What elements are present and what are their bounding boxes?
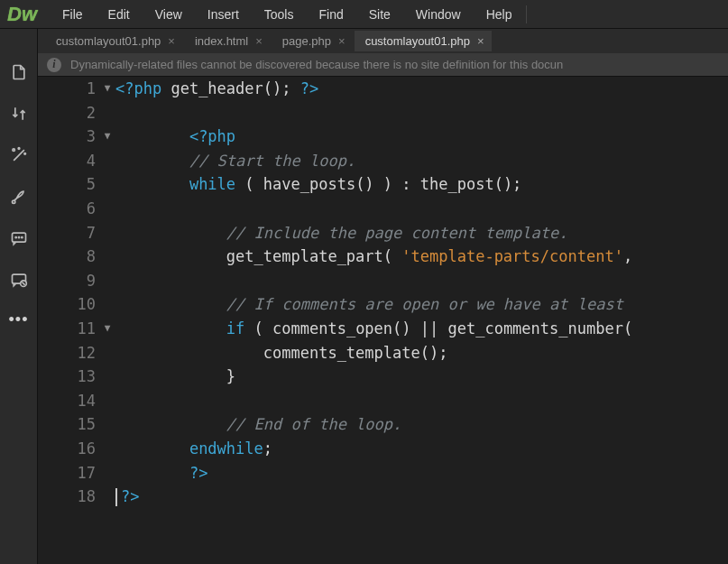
info-text: Dynamically-related files cannot be disc… (70, 58, 563, 71)
fold-marker (99, 461, 115, 485)
chevron-down-icon: ▼ (105, 77, 111, 101)
line-gutter: 123456789101112131415161718 (38, 77, 99, 564)
fold-marker (99, 389, 115, 413)
chevron-down-icon: ▼ (105, 125, 111, 149)
fold-marker (99, 269, 115, 293)
brush-icon[interactable] (8, 186, 30, 208)
line-number: 2 (38, 101, 99, 125)
tab-customlayout01-php[interactable]: customlayout01.php× (355, 31, 492, 51)
token: ?> (189, 464, 207, 482)
line-number: 7 (38, 221, 99, 245)
token: 'template-parts/content' (401, 247, 623, 265)
token: // If comments are open or we have at le… (226, 295, 632, 313)
tab-customlayout01-php[interactable]: customlayout01.php× (45, 31, 182, 51)
line-number: 15 (38, 412, 99, 437)
line-number: 6 (38, 197, 99, 221)
line-number: 3 (38, 125, 99, 149)
tab-page-php[interactable]: page.php× (272, 31, 353, 51)
code-line[interactable]: ?> (115, 485, 728, 509)
code-editor[interactable]: 123456789101112131415161718 ▼▼▼ <?php ge… (38, 77, 728, 564)
token: get_header(); (161, 79, 300, 97)
token (115, 319, 226, 337)
wand-icon[interactable] (8, 144, 30, 166)
token: // Start the loop. (189, 152, 355, 170)
code-line[interactable]: comments_template(); (115, 341, 728, 365)
code-line[interactable]: <?php (115, 125, 728, 149)
token (115, 295, 226, 313)
menu-edit[interactable]: Edit (96, 0, 143, 28)
app-logo: Dw (7, 3, 37, 26)
close-icon[interactable]: × (168, 34, 175, 48)
menu-find[interactable]: Find (306, 0, 355, 28)
line-number: 13 (38, 365, 99, 389)
code-line[interactable]: ?> (115, 461, 728, 485)
menu-file[interactable]: File (50, 0, 96, 28)
line-number: 11 (38, 317, 99, 341)
close-icon[interactable]: × (477, 34, 484, 48)
menu-tools[interactable]: Tools (252, 0, 307, 28)
code-line[interactable] (115, 197, 728, 221)
menu-bar: Dw FileEditViewInsertToolsFindSiteWindow… (0, 0, 728, 29)
token: } (115, 367, 235, 385)
token: get_template_part( (115, 247, 401, 265)
token: // Include the page content template. (226, 224, 568, 242)
fold-marker (99, 221, 115, 245)
code-area[interactable]: <?php get_header(); ?> <?php // Start th… (115, 77, 728, 564)
swap-icon[interactable] (8, 103, 30, 125)
info-icon: i (47, 58, 61, 72)
code-line[interactable] (115, 101, 728, 125)
code-line[interactable]: } (115, 365, 728, 389)
line-number: 9 (38, 269, 99, 293)
line-number: 5 (38, 172, 99, 197)
svg-point-7 (21, 237, 22, 238)
code-line[interactable]: // If comments are open or we have at le… (115, 292, 728, 317)
token (115, 464, 189, 482)
more-icon[interactable]: ••• (9, 310, 29, 329)
code-line[interactable] (115, 269, 728, 293)
token: comments_template(); (115, 344, 447, 362)
close-icon[interactable]: × (338, 34, 346, 48)
fold-marker (99, 365, 115, 389)
line-number: 8 (38, 245, 99, 269)
content-area: customlayout01.php×index.html×page.php×c… (38, 29, 728, 564)
code-line[interactable]: // End of the loop. (115, 412, 728, 437)
text-cursor (115, 488, 117, 506)
token: ?> (121, 487, 139, 505)
token: endwhile (189, 439, 263, 458)
token: while (189, 175, 235, 193)
tab-index-html[interactable]: index.html× (184, 31, 270, 51)
line-number: 12 (38, 341, 99, 365)
code-line[interactable] (115, 389, 728, 413)
menu-help[interactable]: Help (474, 0, 525, 28)
menu-items: FileEditViewInsertToolsFindSiteWindowHel… (50, 0, 524, 28)
line-number: 14 (38, 389, 99, 413)
token: , (623, 247, 632, 265)
menu-window[interactable]: Window (403, 0, 474, 28)
tab-label: customlayout01.php (365, 34, 470, 48)
close-icon[interactable]: × (255, 34, 263, 48)
menu-view[interactable]: View (143, 0, 195, 28)
fold-marker[interactable]: ▼ (99, 125, 115, 149)
code-line[interactable]: // Start the loop. (115, 149, 728, 173)
document-icon[interactable] (8, 61, 30, 83)
comment-disabled-icon[interactable] (8, 269, 30, 291)
fold-marker (99, 172, 115, 197)
fold-marker[interactable]: ▼ (99, 317, 115, 341)
menu-insert[interactable]: Insert (195, 0, 252, 28)
svg-point-0 (12, 149, 14, 152)
code-line[interactable]: if ( comments_open() || get_comments_num… (115, 317, 728, 341)
svg-point-6 (18, 237, 19, 238)
code-line[interactable]: while ( have_posts() ) : the_post(); (115, 172, 728, 197)
fold-marker (99, 485, 115, 509)
fold-marker (99, 197, 115, 221)
fold-marker (99, 437, 115, 461)
code-line[interactable]: get_template_part( 'template-parts/conte… (115, 245, 728, 269)
fold-marker[interactable]: ▼ (99, 77, 115, 101)
left-toolbar: ••• (0, 29, 38, 564)
code-line[interactable]: // Include the page content template. (115, 221, 728, 245)
comment-icon[interactable] (8, 227, 30, 249)
code-line[interactable]: <?php get_header(); ?> (115, 77, 728, 101)
menu-site[interactable]: Site (356, 0, 403, 28)
token (115, 439, 189, 458)
code-line[interactable]: endwhile; (115, 437, 728, 461)
